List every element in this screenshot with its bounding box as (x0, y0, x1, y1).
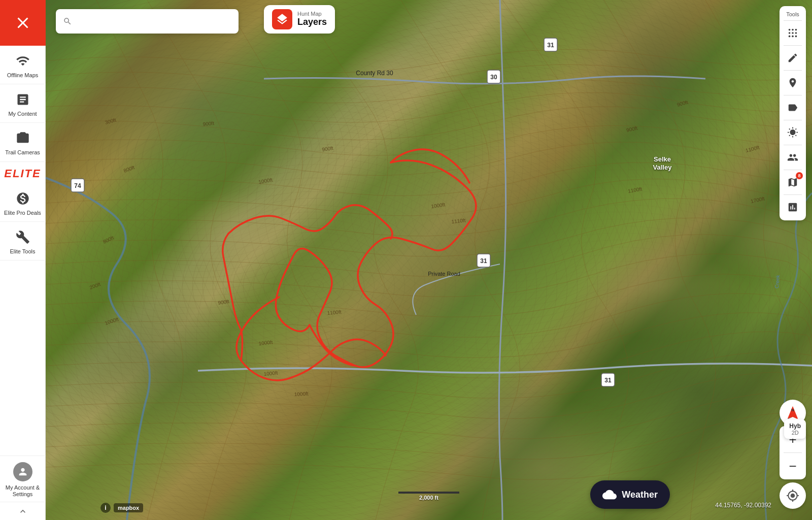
svg-text:1000ft: 1000ft (294, 391, 309, 397)
hunt-map-title: Layers (297, 17, 327, 28)
sidebar-item-elite-tools[interactable]: Elite Tools (0, 222, 46, 261)
svg-text:31: 31 (547, 42, 554, 49)
svg-text:1110ft: 1110ft (451, 217, 466, 224)
info-icon[interactable]: i (100, 503, 111, 513)
svg-text:Selke: Selke (654, 155, 671, 163)
scale-line (398, 492, 459, 494)
close-icon (14, 14, 32, 32)
sidebar-item-offline-maps[interactable]: Offline Maps (0, 46, 46, 84)
svg-text:1000ft: 1000ft (104, 316, 119, 326)
svg-text:900ft: 900ft (218, 299, 230, 306)
svg-text:31: 31 (604, 377, 612, 384)
sidebar-bottom: My Account & Settings (0, 456, 46, 520)
tool-group-button[interactable] (782, 146, 804, 169)
tool-pin-button[interactable] (782, 72, 804, 94)
tool-marker-button[interactable] (782, 96, 804, 119)
account-settings-label: My Account & Settings (4, 484, 42, 498)
svg-text:1100ft: 1100ft (745, 144, 760, 153)
hunt-map-layers-button[interactable]: Hunt Map Layers (264, 5, 335, 34)
group-icon (787, 152, 798, 163)
pin-icon (787, 77, 798, 88)
content-icon (15, 91, 31, 108)
search-input[interactable] (77, 17, 231, 25)
svg-text:1000ft: 1000ft (431, 202, 446, 209)
elite-pro-deals-label: Elite Pro Deals (4, 210, 41, 216)
hunt-map-subtitle: Hunt Map (297, 11, 327, 17)
search-box[interactable] (56, 9, 239, 34)
tool-dots-button[interactable] (782, 22, 804, 44)
svg-text:900ft: 900ft (202, 120, 214, 127)
svg-text:31: 31 (480, 257, 487, 265)
tool-divider-5 (784, 145, 802, 145)
weather-label: Weather (622, 490, 658, 500)
close-button[interactable] (0, 0, 46, 46)
tool-divider-6 (784, 170, 802, 170)
svg-text:1000ft: 1000ft (258, 339, 273, 346)
map-svg-overlay: 31 30 31 31 74 County Rd 30 Private Road… (46, 0, 812, 520)
svg-text:30: 30 (490, 74, 497, 81)
svg-point-40 (795, 32, 797, 34)
elite-tools-label: Elite Tools (10, 248, 36, 255)
compass-icon: N (785, 405, 801, 421)
tool-wind-button[interactable] (782, 121, 804, 144)
tool-stamp-button[interactable]: 8 (782, 171, 804, 193)
elite-badge: ELITE (0, 162, 46, 183)
tool-pen-button[interactable] (782, 47, 804, 69)
collapse-button[interactable] (0, 502, 46, 520)
search-icon (63, 17, 72, 26)
marker-icon (787, 102, 798, 113)
svg-text:1000ft: 1000ft (263, 370, 278, 377)
svg-point-36 (792, 29, 794, 31)
offline-maps-label: Offline Maps (7, 72, 39, 79)
sidebar: Offline Maps My Content Trail Cameras EL… (0, 0, 46, 520)
layers-icon (276, 13, 289, 26)
mapbox-label: mapbox (118, 505, 139, 511)
svg-text:1000ft: 1000ft (258, 177, 273, 185)
svg-text:Private Road: Private Road (428, 271, 460, 277)
stamp-badge: 8 (796, 172, 803, 179)
svg-text:300ft: 300ft (105, 117, 117, 125)
mapbox-logo[interactable]: mapbox (114, 503, 143, 512)
cloud-icon (602, 488, 617, 502)
map-area[interactable]: 31 30 31 31 74 County Rd 30 Private Road… (46, 0, 812, 520)
svg-text:900ft: 900ft (626, 125, 638, 133)
hunt-map-layers-text: Hunt Map Layers (297, 11, 327, 28)
tool-divider-3 (784, 95, 802, 95)
tool-divider-4 (784, 120, 802, 120)
scale-bar: 2,000 ft (398, 492, 459, 501)
elite-label: ELITE (4, 167, 41, 180)
location-button[interactable] (780, 482, 806, 509)
svg-text:1100ft: 1100ft (627, 186, 642, 194)
svg-point-42 (792, 36, 794, 38)
chart-icon (787, 202, 798, 213)
wind-icon (787, 127, 798, 138)
svg-text:200ft: 200ft (89, 281, 101, 290)
svg-text:900ft: 900ft (676, 99, 689, 107)
weather-button[interactable]: Weather (590, 480, 670, 509)
account-settings-button[interactable]: My Account & Settings (0, 456, 46, 502)
sidebar-item-elite-pro-deals[interactable]: Elite Pro Deals (0, 183, 46, 222)
avatar (13, 462, 32, 481)
dots-grid-icon (787, 27, 798, 39)
signal-icon (15, 53, 31, 69)
tools-icon (15, 229, 31, 245)
svg-text:800ft: 800ft (102, 235, 115, 244)
sidebar-item-trail-cameras[interactable]: Trail Cameras (0, 123, 46, 161)
tool-divider-7 (784, 194, 802, 195)
svg-point-43 (795, 36, 797, 38)
svg-text:1100ft: 1100ft (327, 309, 342, 316)
svg-point-39 (792, 32, 794, 34)
svg-text:Valley: Valley (653, 164, 672, 171)
tool-chart-button[interactable] (782, 196, 804, 218)
map-type-button[interactable]: Hyb 2D (784, 419, 806, 439)
sidebar-item-my-content[interactable]: My Content (0, 84, 46, 123)
svg-point-35 (789, 29, 791, 31)
mapbox-attribution: i mapbox (100, 503, 143, 513)
tool-divider-2 (784, 70, 802, 71)
zoom-out-button[interactable]: − (780, 453, 806, 479)
tools-label: Tools (786, 8, 799, 19)
pen-icon (787, 52, 798, 63)
svg-text:N: N (791, 408, 794, 412)
svg-text:800ft: 800ft (123, 165, 136, 174)
scale-text: 2,000 ft (419, 495, 438, 501)
